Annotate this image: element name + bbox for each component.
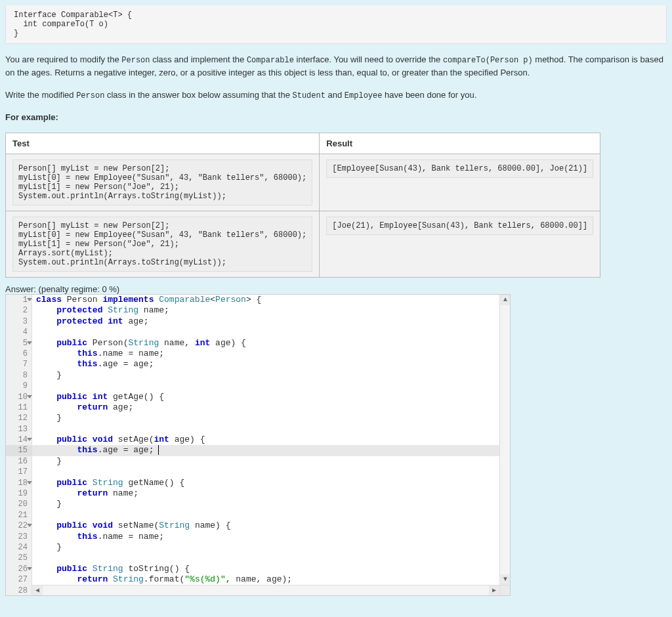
line-number: 6 [6,349,32,359]
line-number: 7 [6,359,32,370]
scroll-down-icon[interactable]: ▼ [500,574,511,585]
code-line[interactable]: } [32,542,499,553]
table-row: Person[] myList = new Person[2]; myList[… [6,211,600,278]
code-line[interactable] [32,467,499,477]
for-example-label: For example: [5,111,667,124]
line-number: 28 [6,585,32,596]
instruction-paragraph-2: Write the modified Person class in the a… [5,89,667,102]
line-number: 19 [6,488,32,499]
code-line[interactable]: public void setAge(int age) { [32,435,499,445]
line-number: 22 [6,521,32,531]
code-line[interactable]: } [32,413,499,423]
line-number: 11 [6,402,32,413]
line-number: 27 [6,574,32,585]
code-line[interactable] [32,381,499,391]
line-number: 17 [6,467,32,477]
code-line[interactable]: return String.format("%s(%d)", name, age… [32,574,499,585]
code-line[interactable]: public Person(String name, int age) { [32,338,499,349]
table-header-result: Result [320,133,600,154]
line-number: 5 [6,338,32,349]
code-line[interactable]: public void setName(String name) { [32,521,499,531]
result-cell: [Joe(21), Employee[Susan(43), Bank telle… [320,211,600,278]
editor-code-area[interactable]: class Person implements Comparable<Perso… [32,295,499,585]
scroll-right-icon[interactable]: ▶ [489,585,499,596]
instruction-paragraph-1: You are required to modify the Person cl… [5,53,667,79]
table-header-test: Test [6,133,320,154]
line-number: 25 [6,553,32,563]
line-number: 9 [6,381,32,391]
line-number: 13 [6,424,32,435]
table-row: Person[] myList = new Person[2]; myList[… [6,154,600,211]
code-line[interactable]: this.age = age; [32,359,499,370]
line-number: 18 [6,478,32,488]
question-page: Interface Comparable<T> { int compareTo(… [0,0,672,601]
line-number: 14 [6,435,32,445]
code-line[interactable] [32,327,499,337]
code-line[interactable]: this.age = age; [32,445,499,456]
line-number: 15 [6,445,32,456]
code-line[interactable] [32,424,499,435]
code-line[interactable]: return age; [32,402,499,413]
code-line[interactable]: } [32,456,499,467]
code-line[interactable]: public String toString() { [32,564,499,574]
line-number: 3 [6,316,32,327]
code-line[interactable]: } [32,499,499,509]
editor-gutter: 1234567891011121314151617181920212223242… [6,295,32,595]
line-number: 10 [6,392,32,402]
line-number: 8 [6,370,32,381]
line-number: 21 [6,510,32,521]
code-line[interactable]: this.name = name; [32,349,499,359]
test-cell: Person[] myList = new Person[2]; myList[… [6,211,320,278]
example-table: Test Result Person[] myList = new Person… [5,133,600,278]
code-line[interactable]: this.name = name; [32,532,499,542]
answer-label: Answer: (penalty regime: 0 %) [5,284,667,294]
code-line[interactable]: public int getAge() { [32,392,499,402]
line-number: 26 [6,564,32,574]
test-cell: Person[] myList = new Person[2]; myList[… [6,154,320,211]
scrollbar-corner [499,585,510,595]
line-number: 24 [6,542,32,553]
interface-code-block: Interface Comparable<T> { int compareTo(… [5,5,667,44]
code-line[interactable]: protected int age; [32,316,499,327]
line-number: 12 [6,413,32,423]
code-line[interactable]: class Person implements Comparable<Perso… [32,295,499,305]
line-number: 1 [6,295,32,305]
result-code: [Joe(21), Employee[Susan(43), Bank telle… [326,217,593,235]
line-number: 16 [6,456,32,467]
code-line[interactable] [32,553,499,563]
code-line[interactable]: } [32,370,499,381]
line-number: 20 [6,499,32,509]
line-number: 4 [6,327,32,337]
code-line[interactable]: public String getName() { [32,478,499,488]
code-line[interactable]: return name; [32,488,499,499]
scroll-left-icon[interactable]: ◀ [32,585,43,596]
code-editor[interactable]: 1234567891011121314151617181920212223242… [5,294,511,596]
code-line[interactable]: protected String name; [32,305,499,316]
result-cell: [Employee[Susan(43), Bank tellers, 68000… [320,154,600,211]
line-number: 2 [6,305,32,316]
test-code: Person[] myList = new Person[2]; myList[… [12,160,312,205]
result-code: [Employee[Susan(43), Bank tellers, 68000… [326,160,593,178]
horizontal-scrollbar[interactable]: ◀ ▶ [32,585,499,595]
code-line[interactable] [32,510,499,521]
line-number: 23 [6,532,32,542]
vertical-scrollbar[interactable]: ▲ ▼ [499,295,510,585]
scroll-up-icon[interactable]: ▲ [500,295,511,305]
test-code: Person[] myList = new Person[2]; myList[… [12,217,312,272]
